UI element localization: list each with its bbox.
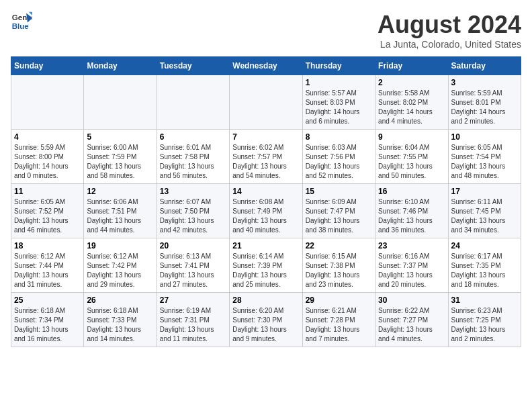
- main-title: August 2024: [378, 11, 521, 39]
- calendar-cell: 24Sunrise: 6:17 AM Sunset: 7:35 PM Dayli…: [448, 238, 521, 293]
- calendar-cell: 30Sunrise: 6:22 AM Sunset: 7:27 PM Dayli…: [375, 293, 448, 347]
- day-number: 14: [232, 187, 299, 196]
- calendar-cell: 15Sunrise: 6:09 AM Sunset: 7:47 PM Dayli…: [302, 184, 375, 238]
- calendar-cell: 6Sunrise: 6:01 AM Sunset: 7:58 PM Daylig…: [157, 130, 229, 184]
- calendar-cell: 2Sunrise: 5:58 AM Sunset: 8:02 PM Daylig…: [375, 75, 448, 130]
- day-info: Sunrise: 6:04 AM Sunset: 7:55 PM Dayligh…: [378, 143, 445, 181]
- calendar-cell: 18Sunrise: 6:12 AM Sunset: 7:44 PM Dayli…: [11, 238, 84, 293]
- calendar-cell: 5Sunrise: 6:00 AM Sunset: 7:59 PM Daylig…: [84, 130, 157, 184]
- day-number: 25: [14, 295, 81, 305]
- logo: General Blue: [11, 11, 32, 32]
- calendar-cell: 11Sunrise: 6:05 AM Sunset: 7:52 PM Dayli…: [11, 184, 84, 238]
- calendar-cell: 14Sunrise: 6:08 AM Sunset: 7:49 PM Dayli…: [230, 184, 302, 238]
- day-number: 23: [378, 241, 445, 250]
- day-number: 10: [451, 132, 518, 142]
- day-number: 13: [160, 187, 226, 196]
- calendar-cell: 26Sunrise: 6:18 AM Sunset: 7:33 PM Dayli…: [84, 293, 157, 347]
- calendar-cell: 23Sunrise: 6:16 AM Sunset: 7:37 PM Dayli…: [375, 238, 448, 293]
- day-info: Sunrise: 6:06 AM Sunset: 7:51 PM Dayligh…: [87, 197, 153, 235]
- day-number: 27: [160, 295, 226, 305]
- day-info: Sunrise: 6:07 AM Sunset: 7:50 PM Dayligh…: [160, 197, 226, 235]
- subtitle: La Junta, Colorado, United States: [378, 39, 521, 50]
- day-info: Sunrise: 6:12 AM Sunset: 7:42 PM Dayligh…: [87, 252, 153, 289]
- day-number: 24: [451, 241, 518, 250]
- calendar-cell: 19Sunrise: 6:12 AM Sunset: 7:42 PM Dayli…: [84, 238, 157, 293]
- day-info: Sunrise: 6:23 AM Sunset: 7:25 PM Dayligh…: [451, 306, 518, 344]
- day-number: 29: [306, 295, 372, 305]
- calendar-header-row: SundayMondayTuesdayWednesdayThursdayFrid…: [11, 57, 521, 75]
- day-number: 2: [378, 78, 445, 87]
- day-info: Sunrise: 5:59 AM Sunset: 8:01 PM Dayligh…: [451, 89, 518, 126]
- day-number: 7: [232, 132, 299, 142]
- day-info: Sunrise: 6:22 AM Sunset: 7:27 PM Dayligh…: [378, 306, 445, 344]
- day-info: Sunrise: 6:14 AM Sunset: 7:39 PM Dayligh…: [232, 252, 299, 289]
- day-number: 1: [306, 78, 372, 87]
- day-info: Sunrise: 6:18 AM Sunset: 7:34 PM Dayligh…: [14, 306, 81, 344]
- day-info: Sunrise: 6:13 AM Sunset: 7:41 PM Dayligh…: [160, 252, 226, 289]
- day-info: Sunrise: 6:18 AM Sunset: 7:33 PM Dayligh…: [87, 306, 153, 344]
- day-info: Sunrise: 6:17 AM Sunset: 7:35 PM Dayligh…: [451, 252, 518, 289]
- calendar-week-row: 4Sunrise: 5:59 AM Sunset: 8:00 PM Daylig…: [11, 130, 521, 184]
- calendar-cell: [230, 75, 302, 130]
- calendar-cell: 28Sunrise: 6:20 AM Sunset: 7:30 PM Dayli…: [230, 293, 302, 347]
- day-info: Sunrise: 6:12 AM Sunset: 7:44 PM Dayligh…: [14, 252, 81, 289]
- calendar-cell: 8Sunrise: 6:03 AM Sunset: 7:56 PM Daylig…: [302, 130, 375, 184]
- day-number: 20: [160, 241, 226, 250]
- calendar-cell: 16Sunrise: 6:10 AM Sunset: 7:46 PM Dayli…: [375, 184, 448, 238]
- day-info: Sunrise: 6:09 AM Sunset: 7:47 PM Dayligh…: [306, 197, 372, 235]
- page-header: General Blue August 2024 La Junta, Color…: [11, 11, 521, 50]
- calendar-cell: [84, 75, 157, 130]
- day-number: 12: [87, 187, 153, 196]
- day-info: Sunrise: 5:57 AM Sunset: 8:03 PM Dayligh…: [306, 89, 372, 126]
- calendar-cell: 13Sunrise: 6:07 AM Sunset: 7:50 PM Dayli…: [157, 184, 229, 238]
- logo-icon: General Blue: [11, 11, 32, 32]
- day-info: Sunrise: 5:59 AM Sunset: 8:00 PM Dayligh…: [14, 143, 81, 181]
- day-number: 21: [232, 241, 299, 250]
- day-number: 18: [14, 241, 81, 250]
- day-info: Sunrise: 6:05 AM Sunset: 7:52 PM Dayligh…: [14, 197, 81, 235]
- day-info: Sunrise: 6:01 AM Sunset: 7:58 PM Dayligh…: [160, 143, 226, 181]
- calendar-cell: 22Sunrise: 6:15 AM Sunset: 7:38 PM Dayli…: [302, 238, 375, 293]
- calendar-cell: 25Sunrise: 6:18 AM Sunset: 7:34 PM Dayli…: [11, 293, 84, 347]
- calendar-week-row: 11Sunrise: 6:05 AM Sunset: 7:52 PM Dayli…: [11, 184, 521, 238]
- day-header-friday: Friday: [375, 57, 448, 75]
- calendar-table: SundayMondayTuesdayWednesdayThursdayFrid…: [11, 56, 521, 347]
- calendar-cell: 4Sunrise: 5:59 AM Sunset: 8:00 PM Daylig…: [11, 130, 84, 184]
- day-info: Sunrise: 6:00 AM Sunset: 7:59 PM Dayligh…: [87, 143, 153, 181]
- day-header-monday: Monday: [84, 57, 157, 75]
- day-header-sunday: Sunday: [11, 57, 84, 75]
- day-number: 11: [14, 187, 81, 196]
- title-block: August 2024 La Junta, Colorado, United S…: [378, 11, 521, 50]
- calendar-cell: 9Sunrise: 6:04 AM Sunset: 7:55 PM Daylig…: [375, 130, 448, 184]
- day-number: 9: [378, 132, 445, 142]
- calendar-cell: 1Sunrise: 5:57 AM Sunset: 8:03 PM Daylig…: [302, 75, 375, 130]
- day-info: Sunrise: 6:20 AM Sunset: 7:30 PM Dayligh…: [232, 306, 299, 344]
- day-number: 4: [14, 132, 81, 142]
- day-info: Sunrise: 6:08 AM Sunset: 7:49 PM Dayligh…: [232, 197, 299, 235]
- calendar-cell: 7Sunrise: 6:02 AM Sunset: 7:57 PM Daylig…: [230, 130, 302, 184]
- day-number: 6: [160, 132, 226, 142]
- day-info: Sunrise: 6:10 AM Sunset: 7:46 PM Dayligh…: [378, 197, 445, 235]
- day-info: Sunrise: 6:16 AM Sunset: 7:37 PM Dayligh…: [378, 252, 445, 289]
- day-number: 30: [378, 295, 445, 305]
- day-number: 15: [306, 187, 372, 196]
- day-number: 5: [87, 132, 153, 142]
- calendar-cell: 12Sunrise: 6:06 AM Sunset: 7:51 PM Dayli…: [84, 184, 157, 238]
- day-info: Sunrise: 6:11 AM Sunset: 7:45 PM Dayligh…: [451, 197, 518, 235]
- day-number: 3: [451, 78, 518, 87]
- day-number: 16: [378, 187, 445, 196]
- day-header-thursday: Thursday: [302, 57, 375, 75]
- day-header-tuesday: Tuesday: [157, 57, 229, 75]
- calendar-week-row: 18Sunrise: 6:12 AM Sunset: 7:44 PM Dayli…: [11, 238, 521, 293]
- calendar-cell: 17Sunrise: 6:11 AM Sunset: 7:45 PM Dayli…: [448, 184, 521, 238]
- calendar-cell: 29Sunrise: 6:21 AM Sunset: 7:28 PM Dayli…: [302, 293, 375, 347]
- calendar-cell: [157, 75, 229, 130]
- day-info: Sunrise: 6:15 AM Sunset: 7:38 PM Dayligh…: [306, 252, 372, 289]
- day-number: 17: [451, 187, 518, 196]
- calendar-week-row: 25Sunrise: 6:18 AM Sunset: 7:34 PM Dayli…: [11, 293, 521, 347]
- day-info: Sunrise: 6:05 AM Sunset: 7:54 PM Dayligh…: [451, 143, 518, 181]
- day-info: Sunrise: 6:19 AM Sunset: 7:31 PM Dayligh…: [160, 306, 226, 344]
- calendar-cell: 21Sunrise: 6:14 AM Sunset: 7:39 PM Dayli…: [230, 238, 302, 293]
- day-info: Sunrise: 5:58 AM Sunset: 8:02 PM Dayligh…: [378, 89, 445, 126]
- day-header-wednesday: Wednesday: [230, 57, 302, 75]
